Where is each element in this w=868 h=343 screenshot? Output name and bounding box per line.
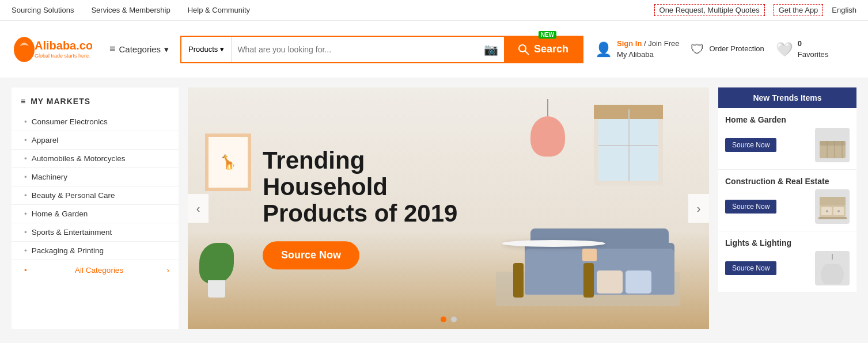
- categories-chevron-icon: ▾: [164, 44, 169, 55]
- banner-prev-button[interactable]: ‹: [188, 194, 209, 223]
- svg-text:Global trade starts here.: Global trade starts here.: [35, 53, 90, 59]
- lighting-source-btn[interactable]: Source Now: [725, 261, 776, 275]
- search-dropdown-label: Products: [188, 45, 218, 54]
- alibaba-logo-icon: Alibaba.com Global trade starts here.: [12, 33, 92, 65]
- hero-banner: 🦒: [188, 87, 709, 329]
- header-actions: 👤 Sign In / Join Free My Alibaba 🛡 Order…: [595, 39, 828, 59]
- sidebar-item-machinery[interactable]: Machinery: [12, 168, 179, 186]
- sourcing-solutions-link[interactable]: Sourcing Solutions: [12, 6, 74, 14]
- banner-dot-2[interactable]: [451, 317, 457, 322]
- sidebar-item-beauty[interactable]: Beauty & Personal Care: [12, 186, 179, 205]
- lighting-thumbnail: [815, 251, 850, 285]
- lamp-icon: [817, 253, 848, 284]
- services-membership-link[interactable]: Services & Membership: [91, 6, 170, 14]
- home-garden-source-btn[interactable]: Source Now: [725, 138, 776, 152]
- one-request-btn[interactable]: One Request, Multiple Quotes: [654, 4, 765, 16]
- signin-action[interactable]: 👤 Sign In / Join Free My Alibaba: [595, 39, 679, 59]
- top-nav-right: One Request, Multiple Quotes Get the App…: [654, 4, 856, 16]
- sidebar-menu-icon: ≡: [21, 97, 26, 106]
- sidebar-item-automobiles[interactable]: Automobiles & Motorcycles: [12, 150, 179, 168]
- plant: [199, 240, 234, 298]
- banner-dot-1[interactable]: [441, 317, 446, 322]
- svg-rect-16: [818, 217, 847, 219]
- home-garden-inner: Source Now: [725, 128, 850, 162]
- banner-title: Trending Household Products of 2019: [263, 147, 464, 227]
- plant-pot: [208, 280, 225, 298]
- sidebar-item-consumer-electronics[interactable]: Consumer Electronics: [12, 113, 179, 131]
- sidebar-item-sports[interactable]: Sports & Entertainment: [12, 223, 179, 242]
- favorites-label: Favorites: [798, 49, 828, 60]
- banner-background: 🦒: [188, 87, 709, 329]
- my-alibaba-label: My Alibaba: [617, 49, 679, 60]
- svg-point-3: [519, 45, 526, 52]
- chevron-right-icon: ›: [167, 266, 170, 275]
- get-app-btn[interactable]: Get the App: [774, 4, 824, 16]
- favorites-action[interactable]: 🤍 0 Favorites: [776, 39, 828, 59]
- all-categories-link[interactable]: All Categories ›: [12, 260, 179, 280]
- chevron-left-icon: ‹: [196, 202, 200, 215]
- right-panel-item-home-garden: Home & Garden Source Now: [718, 108, 856, 170]
- main-header: Alibaba.com Global trade starts here. ≡ …: [0, 21, 868, 78]
- svg-text:Alibaba.com: Alibaba.com: [35, 39, 92, 52]
- right-panel: New Trends Items Home & Garden Source No…: [718, 87, 856, 329]
- main-content: ≡ MY MARKETS Consumer Electronics Appare…: [0, 78, 868, 338]
- table-leg-left: [513, 263, 524, 298]
- right-panel-item-lighting: Lights & Lighting Source Now: [718, 231, 856, 293]
- construction-inner: Source Now: [725, 189, 850, 224]
- lamp-shade: [530, 116, 565, 157]
- sofa-pillow-1: [626, 270, 651, 294]
- window: [594, 105, 663, 185]
- sidebar-item-apparel[interactable]: Apparel: [12, 131, 179, 150]
- chevron-right-icon: ›: [697, 202, 701, 215]
- signin-label: Sign In: [617, 39, 642, 48]
- signin-text: Sign In / Join Free My Alibaba: [617, 39, 679, 59]
- language-selector[interactable]: English: [832, 6, 856, 14]
- right-panel-item-construction: Construction & Real Estate Source Now: [718, 170, 856, 231]
- search-button[interactable]: Search: [504, 37, 582, 62]
- svg-point-14: [826, 210, 828, 212]
- banner-content: Trending Household Products of 2019 Sour…: [263, 147, 464, 269]
- window-frame-v: [628, 109, 630, 181]
- search-button-label: Search: [534, 43, 568, 55]
- sidebar-title: ≡ MY MARKETS: [12, 97, 179, 113]
- camera-icon[interactable]: 📷: [478, 43, 504, 56]
- banner-pagination: [441, 317, 457, 322]
- cabinet-icon: [817, 191, 848, 223]
- wall-art: 🦒: [205, 134, 251, 191]
- lighting-title: Lights & Lighting: [725, 238, 850, 247]
- search-input[interactable]: [232, 37, 478, 62]
- favorites-count: 0: [798, 39, 828, 49]
- shield-icon: 🛡: [691, 41, 704, 58]
- market-category-list: Consumer Electronics Apparel Automobiles…: [12, 113, 179, 260]
- new-badge: NEW: [539, 31, 556, 39]
- search-icon: [518, 44, 529, 55]
- user-icon: 👤: [595, 41, 612, 58]
- help-community-link[interactable]: Help & Community: [188, 6, 250, 14]
- order-protection-action[interactable]: 🛡 Order Protection: [691, 41, 764, 58]
- join-label: Join Free: [648, 39, 679, 48]
- plant-leaves: [199, 243, 234, 283]
- sidebar-item-packaging[interactable]: Packaging & Printing: [12, 242, 179, 260]
- home-garden-thumbnail: [815, 128, 850, 162]
- categories-label: Categories: [119, 44, 161, 54]
- lighting-inner: Source Now: [725, 251, 850, 285]
- order-protection-label: Order Protection: [709, 44, 764, 53]
- categories-button[interactable]: ≡ Categories ▾: [109, 43, 169, 55]
- construction-source-btn[interactable]: Source Now: [725, 200, 776, 214]
- top-nav-left: Sourcing Solutions Services & Membership…: [12, 6, 250, 14]
- lamp-cord: [547, 99, 548, 116]
- search-dropdown-chevron-icon: ▾: [220, 45, 224, 54]
- basket-icon: [817, 129, 848, 161]
- sidebar-item-home-garden[interactable]: Home & Garden: [12, 205, 179, 223]
- hamburger-icon: ≡: [109, 43, 116, 55]
- pendant-lamp: [530, 99, 565, 168]
- heart-icon: 🤍: [776, 41, 793, 58]
- svg-point-0: [14, 37, 35, 62]
- search-category-dropdown[interactable]: Products ▾: [181, 37, 232, 62]
- svg-line-4: [525, 51, 529, 55]
- svg-point-20: [821, 260, 844, 264]
- logo[interactable]: Alibaba.com Global trade starts here.: [12, 33, 92, 65]
- right-panel-header: New Trends Items: [718, 87, 856, 108]
- banner-source-now-button[interactable]: Source Now: [263, 241, 359, 269]
- banner-next-button[interactable]: ›: [688, 194, 709, 223]
